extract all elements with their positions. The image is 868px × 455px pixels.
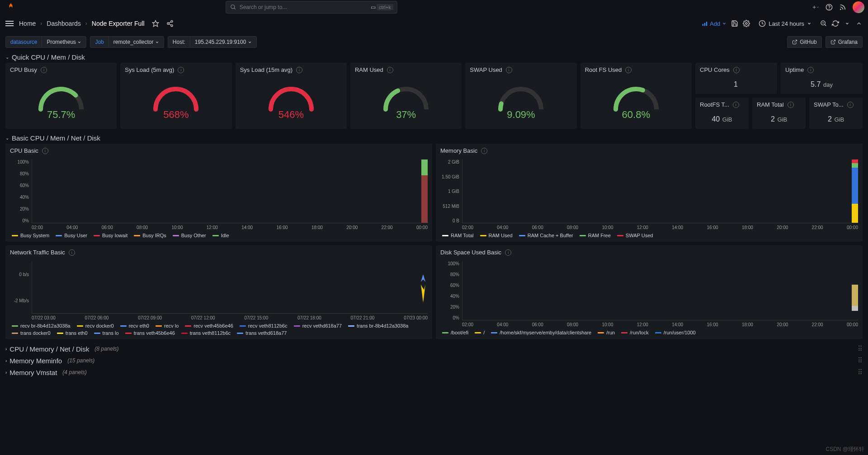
legend-item[interactable]: /run/lock (621, 330, 649, 335)
row-collapsed[interactable]: › Memory Meminfo (15 panels) ⠿ (0, 355, 868, 366)
crumb-home[interactable]: Home (19, 20, 36, 27)
legend-item[interactable]: RAM Total (442, 233, 474, 238)
row-quick-header[interactable]: ⌄ Quick CPU / Mem / Disk (0, 52, 868, 63)
legend-item[interactable]: /run/user/1000 (655, 330, 696, 335)
time-picker[interactable]: Last 24 hours (755, 18, 816, 29)
legend-item[interactable]: trans veth8112b6c (181, 330, 231, 336)
gauge-panel[interactable]: Sys Load (15m avg)i 546% (236, 63, 347, 129)
link-github[interactable]: GitHub (787, 36, 821, 48)
legend-item[interactable]: RAM Used (480, 233, 513, 238)
legend-item[interactable]: / (475, 330, 485, 335)
legend-item[interactable]: recv veth45b6e46 (185, 323, 233, 328)
legend-item[interactable]: recv eth0 (120, 323, 149, 328)
info-icon[interactable]: i (42, 148, 48, 154)
legend-item[interactable]: /boot/efi (442, 330, 468, 335)
info-icon[interactable]: i (481, 148, 487, 154)
gauge-panel[interactable]: RAM Usedi 37% (350, 63, 462, 129)
refresh-chevron-icon[interactable] (844, 20, 851, 27)
legend-item[interactable]: recv br-8b4d12a3038a (12, 323, 71, 328)
legend-item[interactable]: /run (598, 330, 615, 335)
gauge-panel[interactable]: Root FS Usedi 60.8% (580, 63, 692, 129)
row-collapsed[interactable]: › CPU / Memory / Net / Disk (8 panels) ⠿ (0, 343, 868, 355)
legend-item[interactable]: /home/skf/myserve/emby/data/clientshare (491, 330, 591, 335)
grafana-logo[interactable] (5, 2, 16, 13)
info-icon[interactable]: i (506, 67, 512, 73)
legend-item[interactable]: Busy User (56, 233, 87, 238)
star-icon[interactable] (152, 20, 159, 27)
gauge-panel[interactable]: SWAP Usedi 9.09% (465, 63, 576, 129)
info-icon[interactable]: i (41, 67, 47, 73)
legend-item[interactable]: Busy System (12, 233, 49, 238)
panel-disk-basic[interactable]: Disk Space Used Basici 100%80%60%40%20%0… (436, 245, 863, 339)
info-icon[interactable]: i (296, 67, 302, 73)
drag-handle-icon[interactable]: ⠿ (858, 345, 863, 353)
info-icon[interactable]: i (387, 67, 393, 73)
legend-item[interactable]: Busy Iowait (94, 233, 127, 238)
crumb-dash[interactable]: Dashboards (47, 20, 81, 27)
help-icon[interactable] (826, 4, 833, 11)
drag-handle-icon[interactable]: ⠿ (858, 368, 863, 376)
legend-item[interactable]: Busy Other (173, 233, 206, 238)
legend-item[interactable]: trans br-8b4d12a3038a (348, 323, 408, 328)
legend-item[interactable]: Busy IRQs (134, 233, 166, 238)
topbar: Search or jump to... ▭ ctrl+k (0, 0, 868, 14)
row-collapsed[interactable]: › Memory Vmstat (4 panels) ⠿ (0, 366, 868, 378)
zoom-out-icon[interactable] (820, 20, 827, 27)
info-icon[interactable]: i (69, 249, 75, 256)
stat-panel[interactable]: SWAP To...i 2 GiB (809, 98, 863, 129)
stat-panel[interactable]: RAM Totali 2 GiB (752, 98, 806, 129)
refresh-icon[interactable] (832, 20, 839, 27)
row-basic-header[interactable]: ⌄ Basic CPU / Mem / Net / Disk (0, 132, 868, 144)
panel-title: RAM Used (355, 66, 383, 73)
svg-line-12 (169, 22, 171, 23)
crumb-page[interactable]: Node Exporter Full (92, 20, 145, 27)
plus-icon[interactable] (812, 4, 819, 11)
rss-icon[interactable] (839, 4, 846, 11)
legend-item[interactable]: recv vethd618a77 (294, 323, 342, 328)
legend-item[interactable]: trans vethd618a77 (237, 330, 287, 336)
stat-panel[interactable]: Uptimei 5.7 day (781, 63, 863, 94)
info-icon[interactable]: i (733, 102, 739, 108)
info-icon[interactable]: i (733, 67, 740, 73)
var-ds-value[interactable]: Prometheus (42, 36, 86, 48)
legend-item[interactable]: RAM Cache + Buffer (519, 233, 573, 238)
gauge-panel[interactable]: Sys Load (5m avg)i 568% (120, 63, 231, 129)
drag-handle-icon[interactable]: ⠿ (858, 356, 863, 365)
legend-item[interactable]: trans lo (94, 330, 119, 336)
legend-item[interactable]: recv docker0 (77, 323, 114, 328)
info-icon[interactable]: i (807, 67, 814, 73)
collapse-icon[interactable] (855, 20, 863, 27)
search-box[interactable]: Search or jump to... ▭ ctrl+k (226, 1, 397, 14)
info-icon[interactable]: i (178, 67, 184, 73)
legend-item[interactable]: RAM Free (580, 233, 611, 238)
panel-network-basic[interactable]: Network Traffic Basici 0 b/s-2 Mb/s 07/2… (5, 245, 432, 339)
info-icon[interactable]: i (505, 249, 511, 256)
share-icon[interactable] (166, 20, 174, 27)
info-icon[interactable]: i (788, 102, 794, 108)
stat-panel[interactable]: CPU Coresi 1 (695, 63, 777, 94)
add-button[interactable]: Add (702, 20, 726, 27)
var-host-value[interactable]: 195.245.229.19:9100 (190, 36, 257, 48)
add-label: Add (710, 20, 720, 27)
link-grafana[interactable]: Grafana (826, 36, 863, 48)
menu-toggle[interactable] (5, 21, 14, 26)
info-icon[interactable]: i (625, 67, 632, 73)
legend-item[interactable]: trans eth0 (57, 330, 88, 336)
legend-item[interactable]: trans docker0 (12, 330, 51, 336)
svg-point-11 (171, 25, 173, 27)
settings-icon[interactable] (743, 20, 750, 27)
panel-cpu-basic[interactable]: CPU Basici 100%80%60%40%20%0% 02:0004:00… (5, 144, 432, 242)
legend-item[interactable]: recv lo (156, 323, 179, 328)
save-icon[interactable] (731, 20, 738, 27)
info-icon[interactable]: i (847, 102, 854, 108)
legend-item[interactable]: recv veth8112b6c (240, 323, 288, 328)
var-job-value[interactable]: remote_collector (108, 36, 164, 48)
gauge-panel[interactable]: CPU Busyi 75.7% (5, 63, 117, 129)
stat-panel[interactable]: RootFS T...i 40 GiB (695, 98, 749, 129)
legend-item[interactable]: trans veth45b6e46 (125, 330, 175, 336)
legend-item[interactable]: SWAP Used (617, 233, 653, 238)
plot-area (32, 261, 428, 314)
legend-item[interactable]: Idle (212, 233, 229, 238)
avatar[interactable] (853, 1, 864, 13)
panel-memory-basic[interactable]: Memory Basici 2 GiB1.50 GiB1 GiB512 MiB0… (436, 144, 863, 242)
